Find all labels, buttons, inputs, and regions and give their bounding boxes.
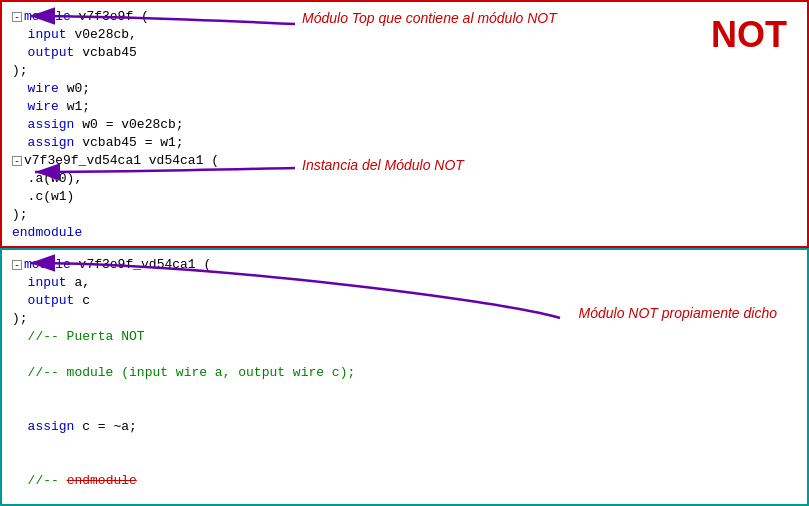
code-line-6: wire w1;: [2, 98, 807, 116]
code-line-3: output vcbab45: [2, 44, 807, 62]
annotation-not-module: Módulo NOT propiamente dicho: [579, 305, 777, 321]
code-line-5: wire w0;: [2, 80, 807, 98]
bottom-line-13: //-- endmodule: [2, 472, 807, 490]
bottom-line-1: -module v7f3e9f_vd54ca1 (: [2, 256, 807, 274]
collapse-icon-2[interactable]: -: [12, 156, 22, 166]
code-line-12: );: [2, 206, 807, 224]
code-line-2: input v0e28cb,: [2, 26, 807, 44]
code-line-4: );: [2, 62, 807, 80]
code-line-11: .c(w1): [2, 188, 807, 206]
bottom-line-5: //-- Puerta NOT: [2, 328, 807, 346]
annotation-top: Módulo Top que contiene al módulo NOT: [302, 10, 557, 26]
bottom-line-9: [2, 400, 807, 418]
code-line-8: assign vcbab45 = w1;: [2, 134, 807, 152]
code-line-7: assign w0 = v0e28cb;: [2, 116, 807, 134]
collapse-icon-1[interactable]: -: [12, 12, 22, 22]
bottom-line-7: //-- module (input wire a, output wire c…: [2, 364, 807, 382]
bottom-line-2: input a,: [2, 274, 807, 292]
top-code-section: -module v7f3e9f ( input v0e28cb, output …: [0, 0, 809, 248]
bottom-line-8: [2, 382, 807, 400]
code-line-13: endmodule: [2, 224, 807, 242]
not-title: NOT: [711, 14, 787, 56]
bottom-line-10: assign c = ~a;: [2, 418, 807, 436]
bottom-line-6: [2, 346, 807, 364]
bottom-code-section: -module v7f3e9f_vd54ca1 ( input a, outpu…: [0, 248, 809, 506]
bottom-line-12: [2, 454, 807, 472]
collapse-icon-3[interactable]: -: [12, 260, 22, 270]
bottom-line-14: [2, 490, 807, 506]
annotation-instance: Instancia del Módulo NOT: [302, 157, 464, 173]
bottom-line-11: [2, 436, 807, 454]
